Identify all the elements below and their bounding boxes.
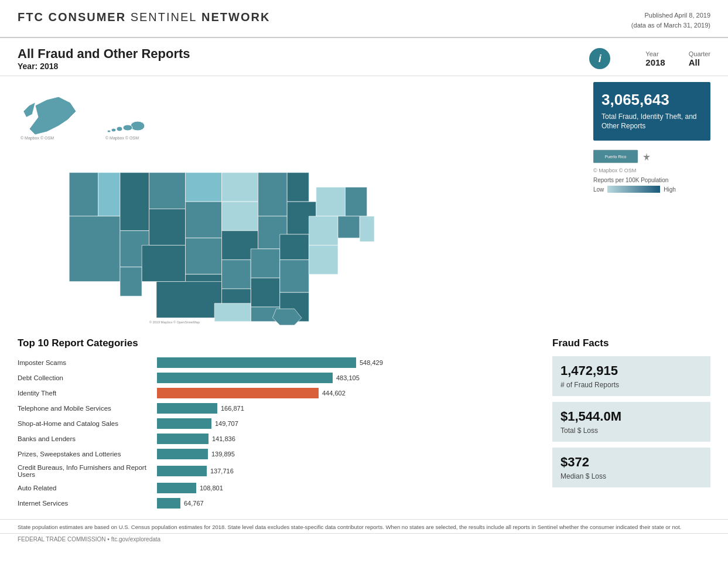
bar-label: Identity Theft (18, 390, 152, 397)
legend-high: High (664, 186, 676, 193)
svg-marker-21 (287, 173, 309, 202)
bar-fill (157, 498, 180, 509)
fact-label: Median $ Loss (560, 472, 702, 480)
bar-track: 141,836 (157, 434, 535, 444)
bar-value: 137,716 (210, 468, 234, 475)
data-as-of: (data as of March 31, 2019) (631, 21, 710, 30)
svg-marker-23 (142, 245, 185, 282)
svg-text:© Mapbox © OSM: © Mapbox © OSM (105, 136, 139, 141)
puerto-rico-map: Puerto Rico (593, 149, 640, 165)
legend-low: Low (593, 186, 604, 193)
fraud-facts: Fraud Facts 1,472,915# of Fraud Reports$… (552, 337, 710, 513)
year-filter-label: Year (645, 50, 665, 57)
chart-section: Top 10 Report Categories Imposter Scams5… (18, 337, 535, 513)
bar-label: Imposter Scams (18, 359, 152, 366)
bar-row: Identity Theft444,602 (18, 388, 535, 398)
bar-label: Auto Related (18, 484, 152, 492)
quarter-filter-label: Quarter (689, 50, 710, 57)
bar-row: Auto Related108,801 (18, 483, 535, 493)
svg-marker-11 (69, 216, 120, 282)
svg-marker-9 (69, 173, 98, 216)
total-label: Total Fraud, Identity Theft, and Other R… (601, 112, 702, 132)
bar-row: Internet Services64,767 (18, 498, 535, 509)
svg-marker-39 (280, 260, 309, 292)
map-container: © Mapbox © OSM © Mapbox © OSM (18, 82, 582, 327)
bar-track: 137,716 (157, 466, 535, 476)
bar-value: 64,767 (184, 500, 204, 507)
svg-text:Puerto Rico: Puerto Rico (605, 155, 627, 159)
page-title: All Fraud and Other Reports (18, 46, 190, 62)
gradient-bar (607, 186, 660, 193)
map-section: © Mapbox © OSM © Mapbox © OSM (0, 76, 728, 329)
svg-marker-19 (222, 202, 258, 231)
fact-label: Total $ Loss (560, 426, 702, 435)
bar-label: Credit Bureaus, Info Furnishers and Repo… (18, 464, 152, 478)
pr-icon (642, 153, 651, 161)
svg-marker-13 (149, 173, 186, 209)
svg-marker-36 (338, 216, 360, 238)
bar-label: Debt Collection (18, 374, 152, 381)
quarter-filter-value: All (689, 57, 710, 67)
svg-point-7 (107, 130, 111, 132)
fact-number: 1,472,915 (560, 363, 702, 378)
svg-marker-12 (120, 173, 149, 231)
svg-marker-22 (120, 267, 142, 296)
svg-point-6 (111, 128, 116, 132)
chart-title: Top 10 Report Categories (18, 337, 535, 349)
svg-text:© Mapbox © OSM: © Mapbox © OSM (20, 136, 54, 141)
legend-title: Reports per 100K Population (593, 177, 710, 183)
svg-marker-1 (23, 103, 35, 117)
svg-marker-40 (309, 245, 338, 275)
svg-marker-15 (222, 173, 258, 202)
bar-value: 139,895 (211, 451, 235, 458)
logo: FTC CONSUMER SENTINEL NETWORK (18, 11, 270, 24)
publication-info: Published April 8, 2019 (data as of Marc… (631, 11, 710, 30)
bar-fill (157, 373, 333, 383)
fact-card: 1,472,915# of Fraud Reports (552, 356, 710, 396)
bar-track: 166,871 (157, 403, 535, 414)
header: FTC CONSUMER SENTINEL NETWORK Published … (0, 0, 728, 38)
bar-fill (157, 403, 217, 414)
year-subtitle: Year: 2018 (18, 62, 190, 71)
bar-fill (157, 466, 207, 476)
svg-marker-18 (186, 202, 222, 238)
svg-point-4 (123, 125, 132, 131)
info-icon[interactable]: i (589, 48, 610, 69)
published-date: Published April 8, 2019 (631, 11, 710, 21)
bar-track: 548,429 (157, 357, 535, 368)
bar-row: Shop-at-Home and Catalog Sales149,707 (18, 418, 535, 429)
hawaii-map: © Mapbox © OSM (105, 105, 152, 142)
svg-marker-34 (280, 234, 309, 260)
svg-marker-24 (186, 238, 222, 274)
fact-label: # of Fraud Reports (560, 381, 702, 389)
fraud-facts-title: Fraud Facts (552, 337, 710, 349)
bar-row: Telephone and Mobile Services166,871 (18, 403, 535, 414)
bar-row: Debt Collection483,105 (18, 373, 535, 383)
year-filter: Year 2018 (645, 50, 665, 67)
svg-marker-31 (156, 282, 222, 318)
legend-area: Puerto Rico © Mapbox © OSM Reports per 1… (593, 149, 710, 193)
bar-label: Shop-at-Home and Catalog Sales (18, 420, 152, 427)
svg-marker-14 (186, 173, 222, 202)
svg-marker-20 (258, 173, 288, 216)
legend-gradient: Low High (593, 186, 710, 193)
bar-value: 166,871 (221, 405, 244, 412)
footer-note-text: State population estimates are based on … (18, 524, 681, 530)
bar-track: 64,767 (157, 498, 535, 509)
svg-marker-28 (316, 187, 346, 216)
total-number: 3,065,643 (601, 91, 702, 108)
svg-marker-10 (98, 173, 120, 216)
bar-chart: Imposter Scams548,429Debt Collection483,… (18, 357, 535, 509)
bar-track: 483,105 (157, 373, 535, 383)
bar-fill (157, 434, 209, 444)
svg-marker-49 (643, 153, 650, 161)
bar-track: 444,602 (157, 388, 535, 398)
bottom-section: Top 10 Report Categories Imposter Scams5… (0, 329, 728, 519)
bar-label: Prizes, Sweepstakes and Lotteries (18, 451, 152, 458)
bar-value: 108,801 (200, 484, 223, 492)
svg-marker-37 (360, 216, 374, 241)
alaska-map: © Mapbox © OSM (18, 82, 100, 142)
svg-point-3 (131, 121, 145, 131)
footer-ftc: FEDERAL TRADE COMMISSION • ftc.gov/explo… (0, 533, 728, 545)
footer-note: State population estimates are based on … (0, 519, 728, 533)
